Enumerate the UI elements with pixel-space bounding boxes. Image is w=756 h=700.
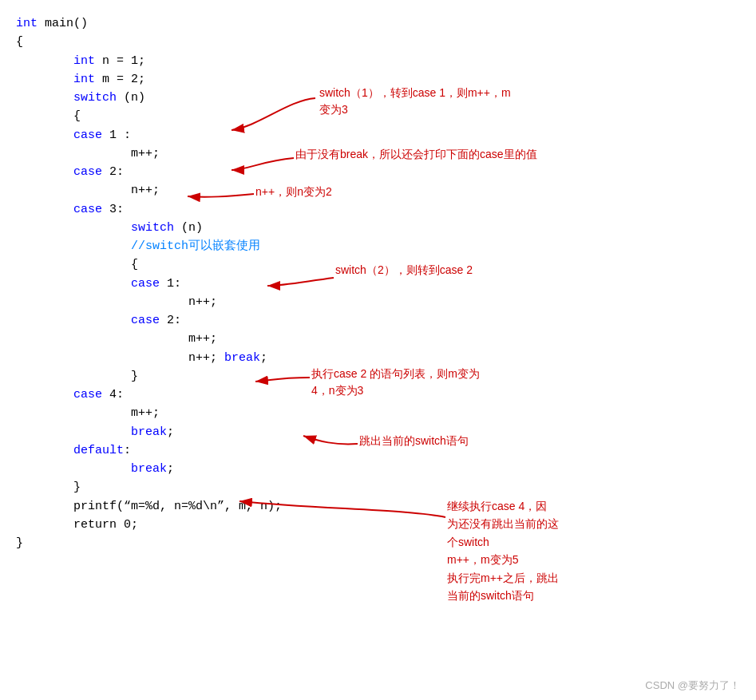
line-switch-n2: switch (n) [16,219,740,237]
line-int-main: int main() [16,14,740,33]
line-brace-open1: { [16,33,740,51]
annotation-3: n++，则n变为2 [255,184,332,200]
annotation-2: 由于没有break，所以还会打印下面的case里的值 [295,146,537,163]
annotation-7: 跳出当前的switch语句 [359,433,469,449]
line-npp2: n++; [16,293,740,311]
annotation-1: switch（1），转到case 1，则m++，m变为3 [319,85,511,118]
line-break2: break; [16,460,740,478]
line-return: return 0; [16,516,740,534]
annotation-6: 执行case 2 的语句列表，则m变为4，n变为3 [311,366,480,399]
line-npp3-break: n++; break; [16,349,740,367]
footer-text: CSDN @要努力了！ [645,678,740,694]
line-npp1: n++; [16,181,740,200]
annotation-4: switch（2），则转到case 2 [335,262,473,279]
line-case1: case 1 : [16,126,740,144]
line-printf: printf(“m=%d, n=%d\n”, m, n); [16,497,740,516]
line-case2: case 2: [16,163,740,181]
line-case3: case 3: [16,200,740,219]
line-brace-close2: } [16,478,740,496]
line-brace-close1: } [16,534,740,552]
line-comment-switch: //switch可以嵌套使用 [16,237,740,255]
annotation-8: 继续执行case 4，因为还没有跳出当前的这个switchm++，m变为5执行完… [447,497,607,604]
line-case2b: case 2: [16,311,740,330]
code-area: int main() { int n = 1; int m = 2; switc… [16,14,740,552]
line-int-n: int n = 1; [16,52,740,70]
line-mpp2: m++; [16,330,740,348]
line-mpp3: m++; [16,404,740,422]
